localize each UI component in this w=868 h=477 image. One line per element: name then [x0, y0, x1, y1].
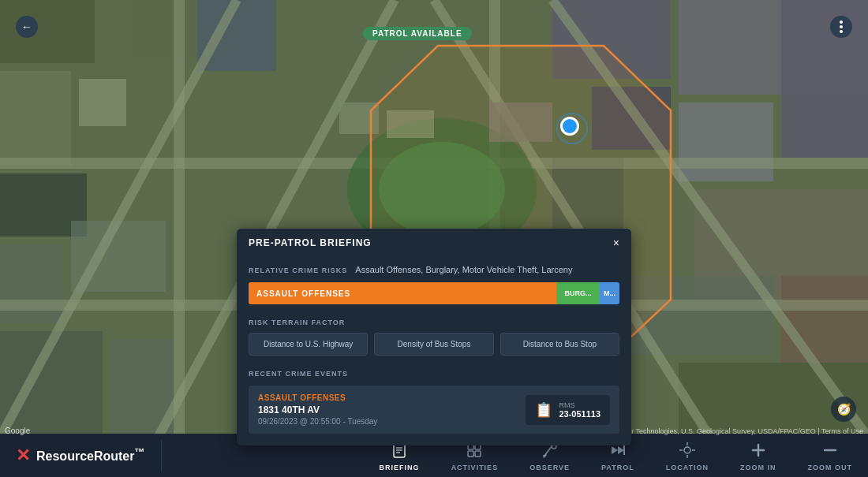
tab-observe-label: OBSERVE — [529, 464, 570, 471]
clipboard-icon: 📋 — [535, 401, 552, 419]
svg-rect-46 — [468, 451, 473, 457]
svg-marker-50 — [618, 446, 624, 454]
crime-bar-section: ASSAULT OFFENSES BURG... M... — [249, 282, 619, 304]
recent-crime-label: RECENT CRIME EVENTS — [249, 368, 348, 378]
tab-activities-label: ACTIVITIES — [451, 464, 499, 471]
tab-patrol-label: PATROL — [601, 464, 634, 471]
patrol-available-badge: PATROL AVAILABLE — [363, 27, 472, 40]
tab-briefing-label: BRIEFING — [380, 464, 420, 471]
terrain-factor-1: Density of Bus Stops — [374, 333, 493, 356]
crime-event-date: 09/26/2023 @ 20:55:00 - Tuesday — [258, 417, 377, 426]
svg-rect-14 — [679, 102, 773, 181]
relative-crime-risks-label: RELATIVE CRIME RISKS — [249, 265, 347, 274]
m-bar-label: M... — [604, 289, 615, 297]
brand-name: ResourceRouter™ — [36, 446, 145, 464]
location-icon — [679, 442, 696, 461]
crime-risks-row: RELATIVE CRIME RISKS Assault Offenses, B… — [249, 265, 619, 274]
more-options-button[interactable] — [830, 16, 852, 38]
burg-bar: BURG... — [556, 282, 600, 304]
assault-bar: ASSAULT OFFENSES — [249, 282, 556, 304]
nav-brand: ✕ ResourceRouter™ — [0, 434, 161, 477]
svg-rect-7 — [0, 244, 63, 323]
rms-number: 23-051113 — [559, 409, 600, 419]
m-bar: M... — [600, 282, 619, 304]
tab-zoom-in[interactable]: ZOOM IN — [724, 434, 792, 477]
crime-event-card: ASSAULT OFFENSES 1831 40TH AV 09/26/2023… — [249, 386, 619, 434]
crime-event-address: 1831 40TH AV — [258, 404, 377, 416]
svg-rect-47 — [475, 451, 481, 457]
crime-event-left: ASSAULT OFFENSES 1831 40TH AV 09/26/2023… — [258, 393, 377, 426]
crime-event-type: ASSAULT OFFENSES — [258, 393, 377, 402]
modal-close-button[interactable]: × — [613, 237, 619, 249]
back-button[interactable]: ← — [16, 16, 38, 38]
crime-events-section: RECENT CRIME EVENTS ASSAULT OFFENSES 183… — [249, 365, 619, 434]
svg-rect-1 — [0, 0, 95, 63]
crime-bar-container: ASSAULT OFFENSES BURG... M... — [249, 282, 619, 304]
svg-rect-4 — [134, 0, 197, 55]
terrain-factor-2: Distance to Bus Stop — [500, 333, 619, 356]
zoom-out-icon — [821, 442, 839, 461]
risk-terrain-label: RISK TERRAIN FACTOR — [249, 317, 345, 326]
assault-bar-label: ASSAULT OFFENSES — [256, 289, 350, 298]
burg-bar-label: BURG... — [564, 289, 591, 297]
tab-zoom-in-label: ZOOM IN — [740, 464, 776, 471]
crime-event-right: 📋 RMS 23-051113 — [526, 395, 610, 425]
svg-marker-49 — [612, 446, 618, 454]
modal-header: PRE-PATROL BRIEFING × — [237, 229, 631, 257]
svg-rect-51 — [623, 445, 625, 455]
tab-zoom-out-label: ZOOM OUT — [808, 464, 853, 471]
svg-rect-2 — [0, 71, 71, 166]
modal-title: PRE-PATROL BRIEFING — [249, 237, 372, 248]
crime-risks-text: Assault Offenses, Burglary, Motor Vehicl… — [355, 265, 572, 274]
risk-terrain-section: RISK TERRAIN FACTOR Distance to U.S. Hig… — [249, 314, 619, 356]
svg-rect-15 — [781, 0, 868, 158]
svg-point-52 — [684, 447, 690, 453]
zoom-in-icon — [750, 442, 767, 461]
svg-rect-3 — [79, 79, 126, 126]
briefing-modal: PRE-PATROL BRIEFING × RELATIVE CRIME RIS… — [237, 229, 631, 445]
tab-location-label: LOCATION — [666, 464, 709, 471]
tab-zoom-out[interactable]: ZOOM OUT — [792, 434, 869, 477]
brand-x-icon: ✕ — [16, 445, 30, 466]
modal-body: RELATIVE CRIME RISKS Assault Offenses, B… — [237, 257, 631, 445]
tab-location[interactable]: LOCATION — [650, 434, 724, 477]
svg-rect-28 — [174, 0, 185, 438]
rms-label: RMS — [559, 401, 600, 409]
rms-info: RMS 23-051113 — [559, 401, 600, 419]
location-marker — [560, 117, 579, 136]
google-attribution: Google — [5, 427, 30, 435]
svg-rect-19 — [781, 276, 868, 363]
compass-button[interactable]: 🧭 — [831, 397, 856, 422]
terrain-factors: Distance to U.S. Highway Density of Bus … — [249, 333, 619, 356]
terrain-factor-0: Distance to U.S. Highway — [249, 333, 368, 356]
